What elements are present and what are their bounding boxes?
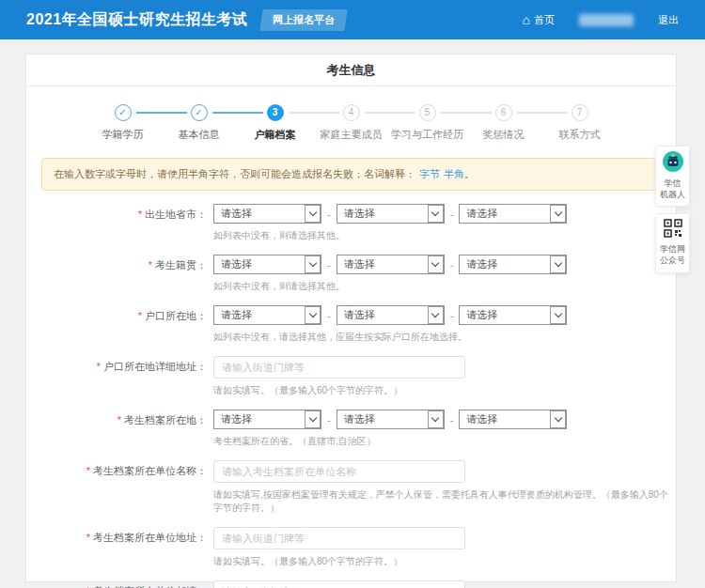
- archive-unit-zipcode-input[interactable]: [213, 580, 465, 588]
- nav-home-link[interactable]: ⌂ 首页: [523, 13, 555, 27]
- step-label: 家庭主要成员: [313, 128, 389, 142]
- form-row-archive-location: *考生档案所在地： 请选择 - 请选择 - 请选择 考生档案所在的省。（直辖市,…: [26, 410, 676, 448]
- chevron-down-icon: [428, 255, 444, 273]
- candidate-info-card: 考生信息 ✓ 学籍学历 ✓ 基本信息 3 户籍档案 4 家庭主要成员 5 学习与…: [25, 54, 677, 582]
- required-asterisk: *: [138, 310, 142, 321]
- chevron-down-icon: [305, 306, 321, 324]
- qrcode-label: 学信网 公众号: [658, 244, 687, 266]
- select-separator: -: [327, 414, 331, 426]
- step-label: 联系方式: [541, 128, 618, 142]
- step-label: 基本信息: [161, 128, 237, 142]
- field-hint: 请如实填写,按国家档案管理有关规定，严禁个人保管，需委托具有人事代理资质的机构管…: [213, 488, 676, 515]
- household-city-select[interactable]: 请选择: [337, 305, 445, 325]
- select-separator: -: [327, 259, 331, 271]
- birthplace-district-select[interactable]: 请选择: [459, 204, 567, 224]
- platform-badge: 网上报名平台: [259, 9, 347, 31]
- check-icon: ✓: [191, 104, 208, 121]
- step-label: 学籍学历: [85, 128, 161, 142]
- robot-icon: [663, 151, 683, 172]
- form-row-native-place: *考生籍贯： 请选择 - 请选择 - 请选择 如列表中没有，则请选择其他。: [26, 255, 676, 293]
- birthplace-province-select[interactable]: 请选择: [213, 204, 321, 224]
- native-place-province-select[interactable]: 请选择: [213, 255, 321, 274]
- card-title: 考生信息: [26, 54, 676, 86]
- chevron-down-icon: [305, 205, 321, 223]
- native-place-district-select[interactable]: 请选择: [459, 255, 567, 274]
- required-asterisk: *: [86, 532, 90, 543]
- archive-district-select[interactable]: 请选择: [459, 410, 567, 429]
- select-separator: -: [450, 209, 454, 220]
- form-row-household-location: *户口所在地： 请选择 - 请选择 - 请选择 如列表中没有，请选择其他，应届生…: [26, 305, 676, 344]
- chevron-down-icon: [305, 255, 321, 273]
- half-width-notice: 在输入数字或字母时，请使用半角字符，否则可能会造成报名失败；名词解释：字节半角。: [41, 158, 661, 191]
- step-xueji-xueli[interactable]: ✓ 学籍学历: [85, 104, 161, 142]
- household-province-select[interactable]: 请选择: [213, 305, 321, 325]
- header-nav: ⌂ 首页 退出: [523, 13, 679, 27]
- step-lianxi-fangshi[interactable]: 7 联系方式: [541, 104, 618, 142]
- username-redacted: [579, 14, 634, 26]
- glossary-link-byte[interactable]: 字节: [419, 168, 440, 179]
- field-label: *考生档案所在地：: [26, 410, 207, 448]
- archive-city-select[interactable]: 请选择: [337, 410, 445, 429]
- form-row-archive-unit-name: *考生档案所在单位名称： 请如实填写,按国家档案管理有关规定，严禁个人保管，需委…: [26, 460, 676, 515]
- select-separator: -: [450, 310, 454, 321]
- household-archive-form: *出生地省市： 请选择 - 请选择 - 请选择 如列表中没有，则请选择其他。 *…: [26, 204, 676, 588]
- nav-logout-link[interactable]: 退出: [658, 13, 679, 27]
- household-district-select[interactable]: 请选择: [459, 305, 567, 325]
- chsi-qrcode-button[interactable]: 学信网 公众号: [655, 213, 690, 272]
- field-hint: 如列表中没有，则请选择其他。: [213, 229, 567, 242]
- glossary-link-halfwidth[interactable]: 半角: [444, 168, 464, 179]
- step-xuexi-gongzuo[interactable]: 5 学习与工作经历: [389, 104, 465, 142]
- qr-code-icon: [664, 219, 682, 238]
- archive-province-select[interactable]: 请选择: [213, 410, 321, 429]
- required-asterisk: *: [118, 414, 121, 426]
- nav-home-label: 首页: [534, 13, 555, 27]
- step-number: 4: [343, 104, 360, 121]
- chevron-down-icon: [550, 306, 566, 324]
- step-jiangcheng[interactable]: 6 奖惩情况: [465, 104, 541, 142]
- step-label: 学习与工作经历: [389, 128, 465, 142]
- floating-sidebar: 学信 机器人 学信网 公众号: [655, 146, 690, 280]
- form-row-birthplace: *出生地省市： 请选择 - 请选择 - 请选择 如列表中没有，则请选择其他。: [26, 204, 676, 242]
- form-row-household-address: *户口所在地详细地址： 请如实填写。（最多输入60个字节的字符。）: [26, 356, 676, 397]
- select-separator: -: [327, 209, 331, 220]
- required-asterisk: *: [149, 259, 152, 271]
- step-indicator: ✓ 学籍学历 ✓ 基本信息 3 户籍档案 4 家庭主要成员 5 学习与工作经历 …: [26, 104, 676, 142]
- native-place-city-select[interactable]: 请选择: [337, 255, 445, 274]
- field-hint: 请如实填写。（最多输入80个字节的字符。）: [213, 555, 465, 568]
- field-hint: 请如实填写。（最多输入60个字节的字符。）: [213, 384, 465, 397]
- household-address-input[interactable]: [213, 356, 465, 379]
- archive-unit-name-input[interactable]: [213, 460, 465, 483]
- step-number: 3: [267, 104, 284, 121]
- chevron-down-icon: [428, 306, 444, 324]
- platform-badge-label: 网上报名平台: [273, 13, 335, 27]
- field-label: *考生档案所在单位名称：: [26, 460, 207, 515]
- step-jiating-chengyuan[interactable]: 4 家庭主要成员: [313, 104, 389, 142]
- required-asterisk: *: [138, 209, 142, 220]
- chsi-robot-button[interactable]: 学信 机器人: [655, 146, 690, 207]
- step-number: 6: [495, 104, 512, 121]
- field-hint: 如列表中没有，则请选择其他。: [213, 280, 567, 293]
- step-label: 户籍档案: [237, 128, 313, 142]
- app-header: 2021年全国硕士研究生招生考试 网上报名平台 ⌂ 首页 退出: [0, 0, 705, 39]
- required-asterisk: *: [97, 361, 101, 372]
- home-icon: ⌂: [523, 13, 530, 26]
- chevron-down-icon: [428, 205, 444, 223]
- notice-suffix: 。: [464, 168, 475, 179]
- select-separator: -: [450, 259, 454, 271]
- field-label: *户口所在地：: [26, 305, 207, 344]
- chevron-down-icon: [550, 255, 566, 273]
- chevron-down-icon: [305, 410, 321, 428]
- chevron-down-icon: [428, 410, 444, 428]
- step-jiben-xinxi[interactable]: ✓ 基本信息: [161, 104, 237, 142]
- birthplace-city-select[interactable]: 请选择: [337, 204, 445, 224]
- check-icon: ✓: [115, 104, 132, 121]
- select-separator: -: [450, 414, 454, 426]
- step-huji-dangan[interactable]: 3 户籍档案: [237, 104, 313, 142]
- field-label: *考生档案所在单位邮编：: [26, 580, 207, 588]
- field-hint: 考生档案所在的省。（直辖市,自治区）: [213, 435, 567, 448]
- archive-unit-address-input[interactable]: [213, 527, 465, 549]
- page-title: 2021年全国硕士研究生招生考试: [26, 10, 248, 30]
- select-separator: -: [327, 310, 331, 321]
- chevron-down-icon: [550, 205, 566, 223]
- chevron-down-icon: [550, 410, 566, 428]
